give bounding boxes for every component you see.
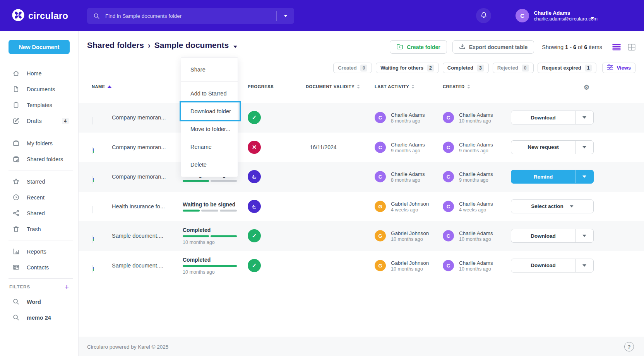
status-time: 10 months ago bbox=[183, 269, 237, 274]
table-row[interactable]: Sample document.... Completed 10 months … bbox=[79, 251, 644, 281]
filters-header: FILTERS + bbox=[0, 282, 78, 292]
status-filter-chip[interactable]: Completed 3 bbox=[443, 63, 489, 73]
folder-menu-item[interactable]: Move to folder... bbox=[181, 120, 238, 138]
user-menu[interactable]: C Charlie Adams charlie.adams@circularo.… bbox=[516, 9, 598, 22]
sidebar-item[interactable]: Templates bbox=[0, 97, 78, 113]
sort-ascending-icon bbox=[108, 85, 111, 88]
breadcrumb-parent[interactable]: Shared folders bbox=[87, 41, 144, 50]
list-view-icon[interactable] bbox=[612, 44, 621, 51]
row-action-label: Download bbox=[531, 233, 556, 239]
created-name: Charlie Adams bbox=[459, 141, 493, 148]
star-icon bbox=[12, 178, 20, 185]
action-dropdown-toggle[interactable] bbox=[575, 259, 593, 272]
last-activity-avatar: G bbox=[375, 260, 386, 271]
sidebar-item[interactable]: Trash bbox=[0, 221, 78, 237]
sidebar-item[interactable]: Recent bbox=[0, 189, 78, 205]
filter-item[interactable]: memo 24 bbox=[0, 310, 78, 325]
search-input[interactable] bbox=[104, 13, 276, 19]
table-row[interactable]: Sample document.... Completed 10 months … bbox=[79, 221, 644, 251]
folder-menu-item[interactable]: Rename bbox=[181, 138, 238, 156]
document-name[interactable]: Sample document.... bbox=[112, 233, 163, 239]
created-by: C Charlie Adams 10 months ago bbox=[443, 230, 493, 242]
table-settings-gear-icon[interactable]: ⚙ bbox=[584, 83, 590, 92]
status-filter-chip[interactable]: Request expired 1 bbox=[538, 63, 597, 73]
main-content: Shared folders › Sample documents Create… bbox=[79, 31, 644, 356]
sidebar-item[interactable]: Drafts 4 bbox=[0, 113, 78, 129]
document-name[interactable]: Company memoran... bbox=[112, 174, 166, 180]
sidebar-item[interactable]: Home bbox=[0, 65, 78, 81]
action-dropdown-toggle[interactable] bbox=[575, 170, 593, 183]
shared-folders-icon bbox=[12, 155, 20, 163]
views-button[interactable]: Views bbox=[602, 63, 635, 73]
document-name[interactable]: Company memoran... bbox=[112, 114, 166, 121]
action-dropdown-toggle[interactable] bbox=[575, 111, 593, 124]
user-email: charlie.adams@circularo.com bbox=[534, 16, 598, 22]
notifications-button[interactable] bbox=[476, 8, 491, 23]
folder-menu-item[interactable]: Download folder bbox=[181, 102, 238, 120]
column-header-name[interactable]: NAME bbox=[92, 84, 111, 89]
sidebar-item[interactable]: Shared folders bbox=[0, 151, 78, 167]
status-filter-chip[interactable]: Waiting for others 2 bbox=[376, 63, 438, 73]
action-dropdown-toggle[interactable] bbox=[575, 229, 593, 242]
bell-icon bbox=[480, 11, 488, 20]
last-activity-name: Charlie Adams bbox=[391, 141, 425, 148]
export-document-table-button[interactable]: Export document table bbox=[452, 40, 534, 54]
create-folder-button[interactable]: Create folder bbox=[390, 40, 447, 54]
created-time: 10 months ago bbox=[459, 118, 493, 124]
table-row[interactable]: Health insurance fo... Waiting to be sig… bbox=[79, 192, 644, 221]
row-action-button[interactable]: New request bbox=[511, 140, 594, 154]
row-action-button[interactable]: Download bbox=[511, 259, 594, 273]
last-activity-avatar: G bbox=[375, 230, 386, 242]
folder-menu-item[interactable]: Delete bbox=[181, 156, 238, 174]
signature-icon bbox=[248, 170, 261, 183]
row-action-button[interactable]: Download bbox=[511, 111, 594, 124]
new-document-button[interactable]: New Document bbox=[9, 40, 70, 54]
breadcrumb: Shared folders › Sample documents bbox=[87, 41, 237, 50]
add-filter-button[interactable]: + bbox=[65, 283, 69, 291]
document-thumbnail bbox=[92, 176, 92, 184]
sidebar-item[interactable]: Documents bbox=[0, 81, 78, 97]
column-header-document-validity[interactable]: DOCUMENT VALIDITY bbox=[306, 84, 360, 89]
folder-menu-item[interactable]: Add to Starred bbox=[181, 85, 238, 102]
row-action-button[interactable]: Remind bbox=[511, 170, 594, 184]
user-menu-caret-icon[interactable] bbox=[591, 14, 594, 21]
search-icon bbox=[93, 13, 100, 19]
sidebar-item[interactable]: Reports bbox=[0, 244, 78, 259]
last-activity-time: 8 months ago bbox=[391, 177, 425, 183]
last-activity-name: Gabriel Johnson bbox=[391, 200, 429, 207]
table-row[interactable]: Company memoran... Waiting to be signed … bbox=[79, 162, 644, 192]
row-action-button[interactable]: Select action bbox=[511, 199, 594, 213]
folder-menu-caret-icon[interactable] bbox=[233, 41, 237, 50]
sidebar-item[interactable]: My folders bbox=[0, 135, 78, 151]
created-avatar: C bbox=[443, 230, 454, 242]
table-row[interactable]: Company memoran... ✕ 16/11/2024 C Charli… bbox=[79, 133, 644, 162]
row-action-label: Select action bbox=[531, 203, 563, 209]
global-search[interactable] bbox=[87, 8, 294, 24]
created-avatar: C bbox=[443, 112, 454, 123]
footer: Circularo powered by Karel © 2025 ? bbox=[79, 337, 644, 356]
column-header-created[interactable]: CREATED bbox=[443, 84, 470, 89]
column-header-last-activity[interactable]: LAST ACTIVITY bbox=[375, 84, 414, 89]
folder-menu-item[interactable]: Share bbox=[181, 61, 238, 82]
filter-item[interactable]: Word bbox=[0, 294, 78, 310]
sidebar-item[interactable]: Shared bbox=[0, 205, 78, 221]
circularo-logo[interactable]: circularo bbox=[12, 9, 68, 23]
document-name[interactable]: Health insurance fo... bbox=[112, 203, 165, 210]
help-button[interactable]: ? bbox=[624, 342, 634, 351]
document-name[interactable]: Sample document.... bbox=[112, 262, 163, 269]
filters-title: FILTERS bbox=[9, 284, 30, 289]
status-filter-chip[interactable]: Rejected 0 bbox=[493, 63, 534, 73]
documents-icon bbox=[12, 85, 20, 93]
action-dropdown-toggle[interactable] bbox=[575, 141, 593, 154]
document-thumbnail bbox=[92, 235, 92, 243]
breadcrumb-current[interactable]: Sample documents bbox=[154, 41, 229, 50]
sidebar-item[interactable]: Starred bbox=[0, 174, 78, 189]
sidebar-item[interactable]: Contacts bbox=[0, 259, 78, 275]
table-row[interactable]: Company memoran... ✓ C Charlie Adams 8 m… bbox=[79, 103, 644, 133]
search-scope-dropdown[interactable] bbox=[276, 11, 294, 21]
row-action-button[interactable]: Download bbox=[511, 229, 594, 243]
status-filter-chip[interactable]: Created 0 bbox=[333, 63, 372, 73]
user-avatar: C bbox=[516, 9, 529, 22]
grid-view-icon[interactable] bbox=[628, 44, 635, 51]
document-name[interactable]: Company memoran... bbox=[112, 144, 166, 150]
